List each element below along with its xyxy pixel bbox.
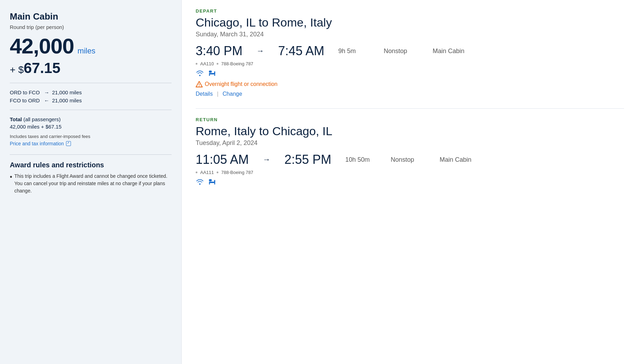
total-label: Total (all passengers) [10, 116, 172, 122]
svg-rect-9 [214, 180, 215, 183]
total-paren: (all passengers) [23, 116, 61, 122]
dot-sep-4 [217, 172, 218, 173]
depart-section: DEPART Chicago, IL to Rome, Italy Sunday… [196, 8, 624, 97]
return-route-title: Rome, Italy to Chicago, IL [196, 124, 624, 138]
return-cabin-class: Main Cabin [440, 156, 471, 163]
award-rules-title: Award rules and restrictions [10, 161, 172, 169]
miles-amount: 42,000 [10, 34, 74, 58]
price-tax-link-text: Price and tax information [10, 141, 64, 146]
dot-sep-3 [196, 172, 197, 173]
route-origin-2: FCO to ORD [10, 97, 41, 103]
depart-time: 3:40 PM [196, 44, 242, 58]
return-section: RETURN Rome, Italy to Chicago, IL Tuesda… [196, 117, 624, 185]
depart-change-link[interactable]: Change [223, 91, 242, 97]
wifi-icon [196, 70, 204, 76]
section-divider [196, 108, 624, 109]
depart-label: DEPART [196, 8, 624, 14]
depart-times-row: 3:40 PM → 7:45 AM 9h 5m Nonstop Main Cab… [196, 44, 624, 58]
svg-rect-10 [209, 183, 210, 184]
return-aircraft: 788-Boeing 787 [221, 170, 253, 175]
tax-row: + $67.15 [10, 60, 172, 77]
overnight-warning-text: Overnight flight or connection [205, 81, 277, 87]
cabin-title: Main Cabin [10, 11, 172, 22]
overnight-warning: ! Overnight flight or connection [196, 81, 624, 87]
tax-prefix: + $ [10, 64, 24, 75]
return-date: Tuesday, April 2, 2024 [196, 139, 624, 147]
return-depart-time: 11:05 AM [196, 152, 249, 167]
depart-flight-number: AA110 [200, 61, 214, 66]
depart-aircraft: 788-Boeing 787 [221, 61, 253, 66]
dot-sep-2 [217, 63, 218, 65]
total-bold: Total [10, 116, 22, 122]
depart-cabin-class: Main Cabin [433, 48, 464, 55]
depart-arrow-icon: → [256, 46, 264, 56]
depart-route-title: Chicago, IL to Rome, Italy [196, 16, 624, 29]
taxes-note: Includes taxes and carrier-imposed fees [10, 134, 172, 139]
route-row-2: FCO to ORD ← 21,000 miles [10, 97, 172, 103]
route-miles-2: 21,000 miles [52, 97, 82, 103]
svg-rect-7 [209, 179, 212, 181]
divider-3 [10, 154, 172, 155]
award-rules-text: This trip includes a Flight Award and ca… [14, 173, 172, 195]
return-times-row: 11:05 AM → 2:55 PM 10h 50m Nonstop Main … [196, 152, 624, 167]
depart-date: Sunday, March 31, 2024 [196, 31, 624, 38]
depart-details-link[interactable]: Details [196, 91, 213, 97]
depart-arrive-time: 7:45 AM [278, 44, 324, 58]
warning-triangle-icon: ! [196, 81, 203, 87]
return-duration: 10h 50m [345, 156, 377, 163]
svg-rect-11 [214, 183, 215, 184]
award-rules-bullet-1: • This trip includes a Flight Award and … [10, 173, 172, 195]
price-tax-link[interactable]: Price and tax information [10, 141, 71, 146]
return-details-row: AA111 788-Boeing 787 [196, 170, 624, 175]
return-seat-icon [208, 179, 218, 185]
svg-rect-2 [214, 71, 215, 74]
return-label: RETURN [196, 117, 624, 122]
return-stop-type: Nonstop [391, 156, 426, 163]
right-panel: DEPART Chicago, IL to Rome, Italy Sunday… [182, 0, 638, 364]
bullet-dot: • [10, 173, 12, 195]
miles-label: miles [78, 46, 95, 56]
route-origin-1: ORD to FCO [10, 89, 41, 95]
dot-sep-1 [196, 63, 197, 65]
seat-icon [208, 70, 218, 76]
round-trip-label: Round trip (per person) [10, 24, 172, 30]
route-arrow-1: → [44, 89, 49, 95]
return-amenities-row [196, 179, 624, 185]
svg-text:!: ! [198, 83, 200, 87]
total-section: Total (all passengers) 42,000 miles + $6… [10, 116, 172, 130]
tax-amount: 67.15 [24, 60, 60, 76]
return-arrow-icon: → [263, 155, 270, 164]
svg-rect-4 [214, 74, 215, 76]
left-panel: Main Cabin Round trip (per person) 42,00… [0, 0, 182, 364]
route-row-1: ORD to FCO → 21,000 miles [10, 89, 172, 95]
depart-amenities-row [196, 70, 624, 76]
depart-stop-type: Nonstop [384, 48, 419, 55]
depart-details-row: AA110 788-Boeing 787 [196, 61, 624, 66]
divider-1 [10, 83, 172, 83]
action-sep: | [217, 91, 218, 97]
route-miles-1: 21,000 miles [52, 89, 82, 95]
return-arrive-time: 2:55 PM [284, 152, 331, 167]
total-value: 42,000 miles + $67.15 [10, 124, 172, 130]
return-wifi-icon [196, 179, 204, 185]
return-flight-number: AA111 [200, 170, 214, 175]
route-arrow-2: ← [44, 97, 49, 103]
route-table: ORD to FCO → 21,000 miles FCO to ORD ← 2… [10, 89, 172, 103]
depart-duration: 9h 5m [338, 48, 370, 55]
svg-rect-3 [209, 74, 210, 76]
depart-actions-row: Details | Change [196, 91, 624, 97]
external-link-icon [66, 141, 71, 146]
svg-rect-0 [209, 71, 212, 73]
divider-2 [10, 110, 172, 110]
miles-row: 42,000 miles [10, 34, 172, 58]
